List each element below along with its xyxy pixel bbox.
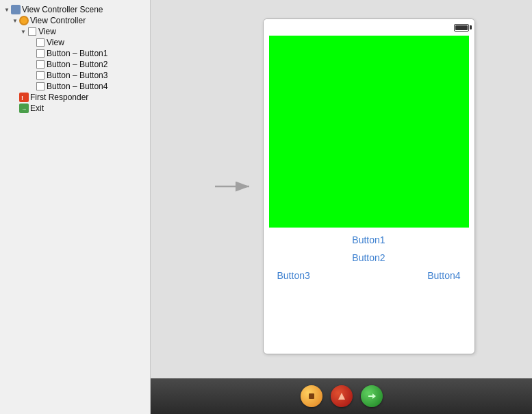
main-area: ▼ View Controller Scene ▼ View Controlle… xyxy=(0,0,532,414)
vc-label: View Controller xyxy=(30,16,86,25)
battery-icon xyxy=(454,24,469,32)
responder-icon xyxy=(337,391,346,401)
subview-row[interactable]: View xyxy=(0,37,150,48)
scene-arrow xyxy=(212,173,259,200)
button3-label: Button – Button3 xyxy=(47,71,107,80)
view-disclosure[interactable]: ▼ xyxy=(19,27,27,36)
button1-row: Button1 xyxy=(277,234,461,245)
exit-icon: → xyxy=(19,103,29,113)
subview-disclosure xyxy=(27,38,36,47)
svg-text:!: ! xyxy=(21,95,23,101)
scene-disclosure[interactable]: ▼ xyxy=(3,5,11,14)
first-responder-row[interactable]: ! First Responder xyxy=(0,92,150,103)
view-icon xyxy=(27,27,37,36)
btn2-disclosure xyxy=(27,60,36,69)
vc-icon xyxy=(19,16,29,25)
first-responder-icon: ! xyxy=(19,93,29,102)
btn1-disclosure xyxy=(27,49,36,58)
button1-label: Button – Button1 xyxy=(47,49,107,58)
svg-rect-4 xyxy=(309,393,314,399)
canvas-button4[interactable]: Button4 xyxy=(427,270,460,281)
svg-text:→: → xyxy=(21,106,27,112)
subview-label: View xyxy=(47,38,64,47)
button34-row: Button3 Button4 xyxy=(277,270,461,281)
exit-label: Exit xyxy=(30,103,44,113)
stop-toolbar-button[interactable] xyxy=(301,385,322,407)
vc-disclosure[interactable]: ▼ xyxy=(11,16,19,25)
svg-rect-6 xyxy=(368,395,373,397)
button4-label: Button – Button4 xyxy=(47,82,107,91)
status-bar xyxy=(264,19,474,36)
button4-row[interactable]: Button – Button4 xyxy=(0,81,150,92)
scene-icon xyxy=(11,5,21,14)
btn4-disclosure xyxy=(27,82,36,90)
canvas-button3[interactable]: Button3 xyxy=(277,270,310,281)
subview-icon xyxy=(36,38,45,47)
fr-disclosure xyxy=(11,93,19,101)
exit-row[interactable]: → Exit xyxy=(0,103,150,114)
exit-disclosure xyxy=(11,104,19,112)
phone-frame: Button1 Button2 Button3 Button4 xyxy=(263,19,475,354)
button3-row[interactable]: Button – Button3 xyxy=(0,70,150,81)
stop-icon xyxy=(307,391,316,401)
exit-toolbar-button[interactable] xyxy=(361,385,383,407)
btn3-icon xyxy=(36,71,45,80)
svg-marker-5 xyxy=(338,393,345,400)
exit-toolbar-icon xyxy=(367,391,377,401)
first-responder-toolbar-button[interactable] xyxy=(331,385,353,407)
vc-row[interactable]: ▼ View Controller xyxy=(0,15,150,26)
btn2-icon xyxy=(36,60,45,69)
button2-row: Button2 xyxy=(277,252,461,263)
scene-label: View Controller Scene xyxy=(22,5,103,14)
scene-row[interactable]: ▼ View Controller Scene xyxy=(0,4,150,15)
arrow-area xyxy=(208,173,263,200)
canvas-button1[interactable]: Button1 xyxy=(352,234,385,245)
first-responder-label: First Responder xyxy=(30,93,88,102)
btn4-icon xyxy=(36,82,45,91)
view-row[interactable]: ▼ View xyxy=(0,26,150,37)
btn3-disclosure xyxy=(27,71,36,80)
button1-row[interactable]: Button – Button1 xyxy=(0,48,150,59)
canvas-area: Button1 Button2 Button3 Button4 xyxy=(151,0,532,414)
battery-fill xyxy=(455,25,468,30)
left-panel: ▼ View Controller Scene ▼ View Controlle… xyxy=(0,0,151,414)
svg-marker-7 xyxy=(372,393,376,399)
view-label: View xyxy=(38,27,56,36)
bottom-toolbar xyxy=(151,378,532,414)
button2-label: Button – Button2 xyxy=(47,60,107,69)
canvas-button2[interactable]: Button2 xyxy=(352,252,385,263)
btn1-icon xyxy=(36,49,45,58)
button2-row[interactable]: Button – Button2 xyxy=(0,59,150,70)
canvas-content: Button1 Button2 Button3 Button4 xyxy=(208,19,475,354)
buttons-area: Button1 Button2 Button3 Button4 xyxy=(264,228,474,288)
green-view xyxy=(269,36,469,228)
